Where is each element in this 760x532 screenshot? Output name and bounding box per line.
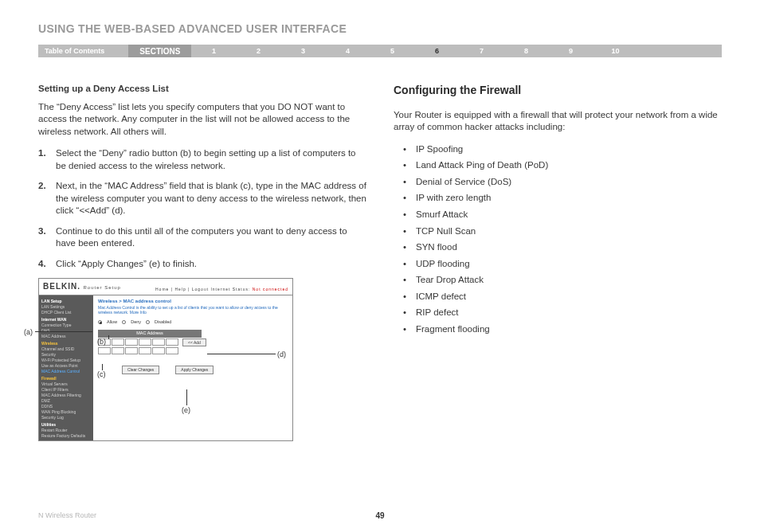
annot-d: (d) [277, 350, 286, 359]
radio-allow-label: Allow [107, 319, 117, 325]
annot-c: (c) [97, 370, 106, 379]
side-lan-setup: LAN Setup [41, 299, 91, 304]
attack-item: Tear Drop Attack [394, 274, 722, 287]
panel-title: Wireless > MAC address control [98, 298, 288, 304]
brand-logo: BELKIN. [43, 282, 80, 291]
side-item[interactable]: Restore Factory Defaults [41, 433, 91, 439]
attack-item: Denial of Service (DoS) [394, 176, 722, 189]
deny-access-heading: Setting up a Deny Access List [38, 83, 366, 96]
step-3: Continue to do this until all of the com… [56, 225, 366, 250]
section-9[interactable]: 9 [548, 47, 593, 55]
attack-item: UDP flooding [394, 258, 722, 271]
mac-cell[interactable] [152, 347, 165, 354]
deny-access-intro: The “Deny Access” list lets you specify … [38, 101, 366, 139]
step-2: Next, in the “MAC Address” field that is… [56, 180, 366, 217]
router-screenshot: BELKIN. Router Setup Home | Help | Logou… [38, 278, 293, 441]
mac-row-1: << Add [98, 338, 288, 347]
attack-item: Fragment flooding [394, 323, 722, 336]
mac-cell[interactable] [125, 338, 138, 346]
side-wireless: Wireless [41, 341, 91, 346]
top-links[interactable]: Home | Help | Logout Internet Status: [155, 287, 250, 291]
sections-label: SECTIONS [128, 45, 191, 57]
section-10[interactable]: 10 [593, 47, 637, 55]
firewall-heading: Configuring the Firewall [394, 83, 722, 98]
attack-item: Smurf Attack [394, 209, 722, 221]
side-item[interactable]: LAN Settings [41, 304, 91, 310]
right-column: Configuring the Firewall Your Router is … [394, 83, 722, 441]
attack-list: IP Spoofing Land Attack Ping of Death (P… [394, 143, 722, 335]
section-1[interactable]: 1 [191, 47, 236, 55]
apply-changes-button[interactable]: Apply Changes [175, 366, 214, 374]
annot-line [207, 354, 276, 354]
section-4[interactable]: 4 [325, 47, 370, 55]
side-utilities: Utilities [41, 422, 91, 428]
step-1: Select the “Deny” radio button (b) to be… [56, 147, 366, 172]
status-not-connected: Not connected [253, 287, 288, 291]
section-nav: Table of Contents SECTIONS 1 2 3 4 5 6 7… [38, 45, 722, 57]
side-item[interactable]: Restart Router [41, 428, 91, 433]
step-4: Click “Apply Changes” (e) to finish. [56, 258, 197, 271]
side-item[interactable]: Security Log [41, 415, 91, 421]
side-item[interactable]: WAN Ping Blocking [41, 409, 91, 415]
brand-sub: Router Setup [84, 285, 121, 290]
side-item[interactable]: Connection Type [41, 323, 91, 328]
annot-a: (a) [24, 327, 33, 337]
attack-item: Land Attack Ping of Death (PoD) [394, 159, 722, 172]
annot-line [186, 389, 187, 405]
side-item[interactable]: Channel and SSID [41, 346, 91, 352]
radio-disabled-label: Disabled [155, 319, 171, 325]
radio-deny-label: Deny [131, 319, 141, 325]
side-firewall: Firewall [41, 376, 91, 381]
side-item[interactable]: DDNS [41, 404, 91, 409]
mac-cell[interactable] [152, 338, 165, 346]
mac-cell[interactable] [98, 347, 111, 354]
annot-line [35, 331, 92, 332]
side-item[interactable]: Wi-Fi Protected Setup [41, 358, 91, 363]
side-item[interactable]: DMZ [41, 398, 91, 404]
toc-link[interactable]: Table of Contents [45, 47, 128, 55]
attack-item: RIP defect [394, 307, 722, 319]
side-internet-wan: Internet WAN [41, 317, 91, 323]
section-6[interactable]: 6 [414, 47, 459, 55]
side-mac-address-control[interactable]: MAC Address Control [41, 369, 91, 374]
mac-cell[interactable] [166, 347, 178, 354]
left-column: Setting up a Deny Access List The “Deny … [38, 83, 366, 441]
router-sidebar: LAN Setup LAN Settings DHCP Client List … [39, 295, 93, 440]
steps-list: Select the “Deny” radio button (b) to be… [38, 147, 366, 270]
mac-cell[interactable] [112, 347, 124, 354]
mac-cell[interactable] [166, 338, 178, 346]
section-8[interactable]: 8 [503, 47, 548, 55]
radio-disabled[interactable] [146, 320, 150, 324]
side-item[interactable]: DHCP Client List [41, 310, 91, 315]
attack-item: TCP Null Scan [394, 225, 722, 238]
router-main-panel: Wireless > MAC address control Mac Addre… [93, 295, 292, 440]
annot-b: (b) [97, 337, 106, 346]
side-item[interactable]: Security [41, 352, 91, 358]
panel-desc: Mac Address Control is the ability to se… [98, 305, 288, 315]
page-number: 49 [375, 511, 384, 520]
radio-deny[interactable] [122, 320, 126, 324]
side-item[interactable]: MAC Address Filtering [41, 393, 91, 398]
attack-item: SYN flood [394, 241, 722, 254]
add-button[interactable]: << Add [182, 338, 206, 347]
side-item[interactable]: Client IP Filters [41, 387, 91, 393]
attack-item: IP Spoofing [394, 143, 722, 156]
side-item[interactable]: DNS [41, 328, 91, 334]
mac-address-header: MAC Address [98, 330, 202, 337]
mac-cell[interactable] [125, 347, 138, 354]
section-3[interactable]: 3 [280, 47, 325, 55]
side-item[interactable]: Virtual Servers [41, 381, 91, 387]
attack-item: IP with zero length [394, 192, 722, 205]
annot-line [102, 364, 103, 370]
clear-changes-button[interactable]: Clear Changes [122, 366, 159, 374]
mac-cell[interactable] [139, 338, 151, 346]
radio-allow[interactable] [98, 320, 102, 324]
section-2[interactable]: 2 [236, 47, 280, 55]
side-item[interactable]: MAC Address [41, 334, 91, 339]
mac-cell[interactable] [112, 338, 124, 346]
side-item[interactable]: Use as Access Point [41, 363, 91, 369]
section-7[interactable]: 7 [459, 47, 503, 55]
annot-e: (e) [182, 405, 190, 415]
section-5[interactable]: 5 [370, 47, 414, 55]
mac-cell[interactable] [139, 347, 151, 354]
